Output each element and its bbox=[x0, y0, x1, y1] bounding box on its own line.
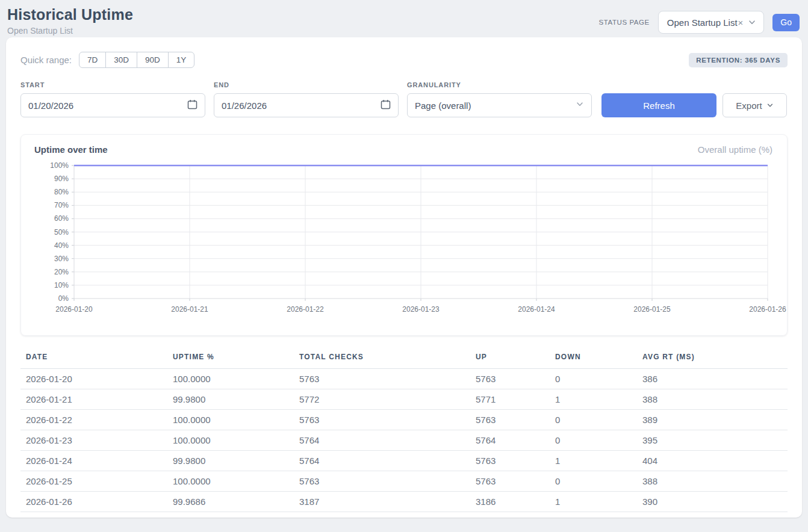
table-cell: 404 bbox=[637, 451, 788, 471]
svg-text:2026-01-26: 2026-01-26 bbox=[749, 305, 786, 314]
table-cell: 2026-01-21 bbox=[20, 389, 167, 410]
table-cell: 1 bbox=[550, 451, 637, 471]
top-header: Historical Uptime Open Startup List STAT… bbox=[0, 0, 808, 37]
table-row: 2026-01-22100.0000576357630389 bbox=[20, 410, 788, 430]
main-card: Quick range: 7D30D90D1Y RETENTION: 365 D… bbox=[6, 37, 802, 518]
chevron-down-icon bbox=[748, 18, 756, 26]
table-row: 2026-01-2699.9686318731861390 bbox=[20, 492, 788, 512]
retention-badge: RETENTION: 365 DAYS bbox=[689, 53, 788, 67]
quick-range-label: Quick range: bbox=[20, 55, 72, 65]
column-header: TOTAL CHECKS bbox=[294, 350, 470, 369]
uptime-line-chart: 0%10%20%30%40%50%60%70%80%90%100%2026-01… bbox=[34, 159, 772, 320]
table-row: 2026-01-23100.0000576457640395 bbox=[20, 430, 788, 451]
column-header: UPTIME % bbox=[167, 350, 294, 369]
table-cell: 3186 bbox=[470, 492, 550, 512]
table-cell: 5764 bbox=[470, 430, 550, 451]
table-row: 2026-01-20100.0000576357630386 bbox=[20, 369, 788, 389]
chevron-down-icon bbox=[766, 101, 774, 111]
svg-text:2026-01-23: 2026-01-23 bbox=[402, 305, 440, 314]
table-cell: 2026-01-26 bbox=[20, 492, 167, 512]
table-cell: 5763 bbox=[294, 410, 470, 430]
chart-title: Uptime over time bbox=[34, 144, 108, 155]
table-cell: 3187 bbox=[294, 492, 470, 512]
granularity-label: GRANULARITY bbox=[407, 81, 592, 88]
start-date-label: START bbox=[20, 81, 205, 88]
table-cell: 5772 bbox=[294, 389, 470, 410]
table-cell: 5763 bbox=[294, 471, 470, 492]
table-cell: 386 bbox=[637, 369, 788, 389]
svg-text:50%: 50% bbox=[54, 228, 69, 237]
refresh-button[interactable]: Refresh bbox=[601, 93, 716, 117]
end-date-field-group: END 01/26/2026 bbox=[214, 81, 399, 117]
svg-text:0%: 0% bbox=[58, 294, 69, 303]
go-button[interactable]: Go bbox=[772, 14, 800, 31]
svg-text:2026-01-24: 2026-01-24 bbox=[518, 305, 555, 314]
status-page-controls: STATUS PAGE Open Startup List × Go bbox=[599, 11, 800, 34]
granularity-selected-value: Page (overall) bbox=[415, 101, 471, 111]
table-cell: 99.9800 bbox=[167, 389, 294, 410]
title-block: Historical Uptime Open Startup List bbox=[7, 6, 133, 36]
table-cell: 100.0000 bbox=[167, 430, 294, 451]
table-cell: 5764 bbox=[294, 451, 470, 471]
table-cell: 100.0000 bbox=[167, 369, 294, 389]
clear-selection-icon[interactable]: × bbox=[738, 17, 744, 28]
table-cell: 99.9800 bbox=[167, 451, 294, 471]
table-cell: 100.0000 bbox=[167, 471, 294, 492]
svg-text:20%: 20% bbox=[54, 268, 69, 276]
start-date-input[interactable]: 01/20/2026 bbox=[20, 93, 205, 117]
end-date-input[interactable]: 01/26/2026 bbox=[214, 93, 399, 117]
svg-text:2026-01-21: 2026-01-21 bbox=[171, 305, 208, 314]
table-row: 2026-01-25100.0000576357630388 bbox=[20, 471, 788, 492]
svg-text:2026-01-25: 2026-01-25 bbox=[633, 305, 671, 314]
table-cell: 5763 bbox=[470, 451, 550, 471]
table-cell: 1 bbox=[550, 389, 637, 410]
quick-range-90d[interactable]: 90D bbox=[137, 52, 169, 68]
export-button-label: Export bbox=[736, 101, 762, 111]
page-title: Historical Uptime bbox=[7, 6, 133, 23]
svg-text:70%: 70% bbox=[54, 201, 69, 209]
table-cell: 388 bbox=[637, 471, 788, 492]
table-cell: 5763 bbox=[294, 369, 470, 389]
table-cell: 0 bbox=[550, 471, 637, 492]
calendar-icon[interactable] bbox=[187, 99, 197, 112]
table-cell: 2026-01-22 bbox=[20, 410, 167, 430]
quick-range-30d[interactable]: 30D bbox=[105, 52, 137, 68]
status-page-label: STATUS PAGE bbox=[599, 19, 650, 26]
quick-range-1y[interactable]: 1Y bbox=[168, 52, 195, 68]
table-row: 2026-01-2199.9800577257711388 bbox=[20, 389, 788, 410]
column-header: UP bbox=[470, 350, 550, 369]
calendar-icon[interactable] bbox=[381, 99, 391, 112]
table-header: DATEUPTIME %TOTAL CHECKSUPDOWNAVG RT (MS… bbox=[20, 350, 788, 369]
column-header: AVG RT (MS) bbox=[637, 350, 788, 369]
uptime-table: DATEUPTIME %TOTAL CHECKSUPDOWNAVG RT (MS… bbox=[20, 350, 788, 512]
quick-range-group: 7D30D90D1Y bbox=[79, 52, 194, 68]
chevron-down-icon bbox=[576, 100, 584, 111]
quick-range-7d[interactable]: 7D bbox=[79, 52, 106, 68]
table-cell: 1 bbox=[550, 492, 637, 512]
table-cell: 395 bbox=[637, 430, 788, 451]
svg-text:90%: 90% bbox=[54, 175, 69, 183]
uptime-table-section: DATEUPTIME %TOTAL CHECKSUPDOWNAVG RT (MS… bbox=[20, 350, 788, 512]
table-cell: 390 bbox=[637, 492, 788, 512]
table-cell: 5763 bbox=[470, 471, 550, 492]
status-page-select[interactable]: Open Startup List × bbox=[658, 11, 765, 34]
svg-text:2026-01-20: 2026-01-20 bbox=[55, 305, 93, 314]
svg-text:30%: 30% bbox=[54, 255, 69, 263]
table-cell: 100.0000 bbox=[167, 410, 294, 430]
table-cell: 2026-01-20 bbox=[20, 369, 167, 389]
start-date-value: 01/20/2026 bbox=[28, 101, 73, 111]
granularity-select[interactable]: Page (overall) bbox=[407, 93, 592, 117]
svg-text:40%: 40% bbox=[54, 241, 69, 250]
end-date-value: 01/26/2026 bbox=[222, 101, 267, 111]
table-cell: 0 bbox=[550, 430, 637, 451]
table-cell: 2026-01-23 bbox=[20, 430, 167, 451]
svg-text:80%: 80% bbox=[54, 188, 69, 196]
svg-text:2026-01-22: 2026-01-22 bbox=[287, 305, 324, 314]
table-cell: 5763 bbox=[470, 369, 550, 389]
export-button[interactable]: Export bbox=[723, 93, 787, 117]
page-subtitle: Open Startup List bbox=[7, 26, 133, 36]
table-cell: 5764 bbox=[294, 430, 470, 451]
filters-row: START 01/20/2026 END 01/26/2026 GRANULAR… bbox=[20, 81, 788, 117]
table-cell: 5771 bbox=[470, 389, 550, 410]
start-date-field-group: START 01/20/2026 bbox=[20, 81, 205, 117]
